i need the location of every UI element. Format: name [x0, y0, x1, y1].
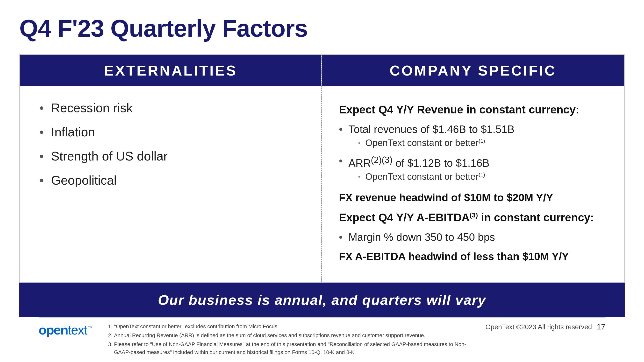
list-item-text: Geopolitical	[51, 173, 117, 188]
list-item-text: Total revenues of $1.46B to $1.51B	[348, 123, 514, 135]
logo-text: opentext™	[39, 323, 92, 337]
footnote-marker: (1)	[478, 172, 485, 178]
margin-bullet-list: Margin % down 350 to 450 bps	[339, 231, 607, 243]
sub-list-item-text: OpenText constant or better(1)	[365, 172, 485, 182]
footer-notes: "OpenText constant or better" excludes c…	[92, 323, 485, 357]
aebitda-section-heading: Expect Q4 Y/Y A-EBITDA(3) in constant cu…	[339, 211, 607, 224]
list-item-text: Recession risk	[51, 101, 132, 115]
list-item: Inflation	[39, 125, 302, 139]
page-number: 17	[597, 323, 605, 331]
company-specific-header-text: Company Specific	[390, 62, 556, 79]
fx-note-2: FX A-EBITDA headwind of less than $10M Y…	[339, 251, 607, 263]
list-item: Geopolitical	[39, 173, 302, 188]
sub-bullet-list: OpenText constant or better(1)	[358, 138, 514, 148]
list-item: ARR(2)(3) of $1.12B to $1.16B OpenText c…	[339, 155, 607, 184]
page: Q4 F'23 Quarterly Factors Externalities …	[0, 0, 644, 362]
footnote-marker: (2)(3)	[371, 155, 392, 165]
list-item-text: Inflation	[51, 125, 95, 139]
logo-text-part: text	[68, 323, 87, 337]
company-specific-header: Company Specific	[322, 55, 624, 86]
footnotes-list: "OpenText constant or better" excludes c…	[107, 323, 471, 356]
list-item-text: ARR(2)(3) of $1.12B to $1.16B	[348, 155, 490, 169]
externalities-header: Externalities	[20, 55, 321, 86]
footer-right: OpenText ©2023 All rights reserved 17	[486, 323, 605, 331]
externalities-header-text: Externalities	[104, 62, 237, 79]
sub-list-item: OpenText constant or better(1)	[358, 138, 514, 148]
footnote-item: Please refer to "Use of Non-GAAP Financi…	[114, 340, 471, 356]
company-specific-body: Expect Q4 Y/Y Revenue in constant curren…	[322, 86, 624, 282]
list-item: Strength of US dollar	[39, 149, 302, 163]
sub-bullet-list: OpenText constant or better(1)	[358, 172, 490, 182]
page-title: Q4 F'23 Quarterly Factors	[19, 14, 625, 42]
copyright-text: OpenText ©2023 All rights reserved	[486, 323, 592, 331]
footer: opentext™ "OpenText constant or better" …	[19, 318, 625, 362]
left-panel: Externalities Recession risk Inflation S…	[20, 55, 322, 282]
list-item: Total revenues of $1.46B to $1.51B OpenT…	[339, 123, 607, 151]
revenue-section-heading: Expect Q4 Y/Y Revenue in constant curren…	[339, 103, 607, 116]
sub-list-item: OpenText constant or better(1)	[358, 172, 490, 182]
revenue-bullet-list: Total revenues of $1.46B to $1.51B OpenT…	[339, 123, 607, 184]
footnote-marker: (1)	[478, 138, 485, 144]
footnote-item: "OpenText constant or better" excludes c…	[114, 323, 471, 330]
externalities-body: Recession risk Inflation Strength of US …	[20, 86, 321, 282]
footnote-marker: (3)	[470, 211, 478, 219]
bottom-banner: Our business is annual, and quarters wil…	[19, 283, 625, 317]
logo-open: open	[39, 323, 68, 337]
externalities-list: Recession risk Inflation Strength of US …	[39, 101, 302, 188]
footer-logo: opentext™	[39, 323, 92, 337]
right-panel: Company Specific Expect Q4 Y/Y Revenue i…	[322, 55, 624, 282]
fx-note-1: FX revenue headwind of $10M to $20M Y/Y	[339, 192, 607, 204]
main-content: Externalities Recession risk Inflation S…	[19, 54, 625, 283]
footnote-item: Annual Recurring Revenue (ARR) is define…	[114, 331, 471, 339]
logo-tm: ™	[88, 326, 92, 331]
list-item-text: Strength of US dollar	[51, 149, 168, 163]
list-item: Recession risk	[39, 101, 302, 115]
list-item: Margin % down 350 to 450 bps	[339, 231, 607, 243]
sub-list-item-text: OpenText constant or better(1)	[365, 138, 485, 148]
list-item-text: Margin % down 350 to 450 bps	[348, 231, 495, 243]
bottom-banner-text: Our business is annual, and quarters wil…	[158, 292, 486, 308]
